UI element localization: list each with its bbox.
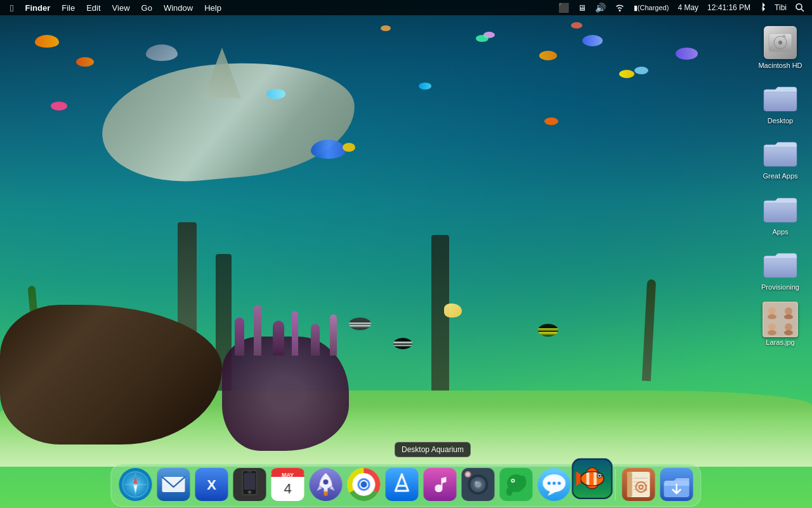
finder-menu[interactable]: Finder <box>20 0 55 15</box>
svg-point-0 <box>796 4 802 10</box>
safari-dock-icon[interactable] <box>118 467 154 502</box>
svg-point-5 <box>783 35 785 37</box>
svg-point-4 <box>778 41 782 44</box>
great-apps-folder-icon[interactable]: Great Apps <box>755 133 806 183</box>
apple-menu[interactable]:  <box>5 0 18 15</box>
dock-item-calendar[interactable]: MAY 4 <box>270 467 306 502</box>
addressbook-dock-icon[interactable] <box>621 467 657 502</box>
battery-indicator[interactable]: ▮(Charged) <box>631 4 672 12</box>
dock-item-xcode[interactable]: X <box>194 467 230 502</box>
itunes-dock-icon[interactable] <box>422 467 458 502</box>
apps-folder-image <box>763 191 798 227</box>
striped-fish-2 <box>393 338 412 349</box>
volume-indicator[interactable]: 🔊 <box>593 3 608 13</box>
dock-item-iphone[interactable] <box>232 467 268 502</box>
battery-status: ▮(Charged) <box>634 4 669 12</box>
spotlight-button[interactable] <box>793 3 807 12</box>
dock: X MAY <box>111 464 702 507</box>
provisioning-folder-svg <box>763 250 798 279</box>
desktop-folder-icon[interactable]: Desktop <box>755 77 806 128</box>
svg-point-69 <box>553 482 556 485</box>
orange-fish-2 <box>539 51 557 60</box>
svg-point-68 <box>547 482 551 485</box>
iphone-dock-icon[interactable] <box>232 467 268 502</box>
dock-item-messages[interactable] <box>537 467 572 502</box>
messages-dock-icon[interactable] <box>537 467 572 502</box>
svg-point-34 <box>248 491 251 494</box>
aquarium-dock-icon[interactable] <box>572 458 612 499</box>
menubar-right: ⬛ 🖥 🔊 ▮(Charged) 4 May 12:41:16 PM Tibi <box>556 3 807 13</box>
dock-item-addressbook[interactable] <box>621 467 657 502</box>
yellow-fish-1 <box>619 70 634 78</box>
coral-spike-3 <box>273 321 284 356</box>
macintosh-hd-icon[interactable]: Macintosh HD <box>755 22 806 72</box>
appstore-dock-icon[interactable] <box>384 467 420 502</box>
great-apps-folder-image <box>763 135 798 171</box>
file-menu[interactable]: File <box>56 0 80 15</box>
laras-jpg-icon[interactable]: Laras.jpg <box>755 299 806 349</box>
svg-rect-9 <box>764 256 797 277</box>
photo-svg <box>764 303 797 336</box>
desktop-icons: Macintosh HD Desktop <box>755 22 806 349</box>
svg-rect-74 <box>586 471 589 486</box>
downloads-dock-icon[interactable] <box>659 467 695 502</box>
folder-svg <box>763 83 798 112</box>
angel-fish-1 <box>444 304 462 318</box>
bluetooth-indicator[interactable] <box>757 3 768 13</box>
svg-point-49 <box>361 481 367 488</box>
svg-point-17 <box>785 323 792 331</box>
yellow-fin <box>343 143 355 152</box>
menubar:  Finder File Edit View Go Window Help ⬛… <box>0 0 812 15</box>
svg-point-13 <box>785 307 792 315</box>
svg-point-70 <box>558 482 561 485</box>
dock-item-desktop-aquarium[interactable] <box>575 467 610 502</box>
edit-menu[interactable]: Edit <box>81 0 105 15</box>
dock-item-evernote[interactable] <box>499 467 534 502</box>
svg-point-63 <box>512 480 514 482</box>
go-menu[interactable]: Go <box>136 0 157 15</box>
chrome-dock-icon[interactable] <box>346 467 382 502</box>
svg-rect-8 <box>764 201 797 222</box>
dock-item-iphoto[interactable] <box>461 467 496 502</box>
svg-point-44 <box>324 491 328 496</box>
svg-text:X: X <box>207 477 216 493</box>
apps-folder-icon[interactable]: Apps <box>755 189 806 239</box>
dock-item-downloads[interactable] <box>659 467 695 502</box>
svg-point-64 <box>519 476 527 488</box>
dock-item-launchpad[interactable] <box>308 467 344 502</box>
svg-rect-51 <box>424 468 457 501</box>
ruin-pillar-3 <box>431 235 449 413</box>
launchpad-dock-icon[interactable] <box>308 467 344 502</box>
dock-item-itunes[interactable] <box>422 467 458 502</box>
display-indicator: 🖥 <box>575 3 589 13</box>
dock-item-mail[interactable] <box>156 467 192 502</box>
dock-item-chrome[interactable] <box>346 467 382 502</box>
light-blue-fish <box>634 67 648 74</box>
window-menu[interactable]: Window <box>159 0 198 15</box>
dock-item-appstore[interactable] <box>384 467 420 502</box>
help-menu[interactable]: Help <box>199 0 226 15</box>
tiny-fish-1 <box>381 25 391 31</box>
provisioning-folder-icon[interactable]: Provisioning <box>755 244 806 294</box>
svg-point-57 <box>475 481 478 484</box>
svg-rect-75 <box>594 471 597 486</box>
orange-fish <box>544 117 558 125</box>
coral-spike-4 <box>292 311 298 356</box>
dock-item-safari[interactable] <box>118 467 154 502</box>
striped-fish-1 <box>349 318 371 330</box>
svg-point-42 <box>324 479 329 485</box>
hd-icon-shape <box>764 26 797 59</box>
evernote-dock-icon[interactable] <box>499 467 534 502</box>
wifi-indicator[interactable] <box>612 4 627 11</box>
screen-recording-indicator: ⬛ <box>556 3 572 13</box>
iphoto-dock-icon[interactable] <box>461 467 496 502</box>
small-fish-2 <box>419 83 431 90</box>
mail-dock-icon[interactable] <box>156 467 192 502</box>
desktop:  Finder File Edit View Go Window Help ⬛… <box>0 0 812 508</box>
fish-2 <box>76 57 94 67</box>
xcode-dock-icon[interactable]: X <box>194 467 230 502</box>
provisioning-folder-image <box>763 246 798 282</box>
apps-label: Apps <box>772 228 788 236</box>
view-menu[interactable]: View <box>107 0 135 15</box>
calendar-dock-icon[interactable]: MAY 4 <box>270 467 306 502</box>
